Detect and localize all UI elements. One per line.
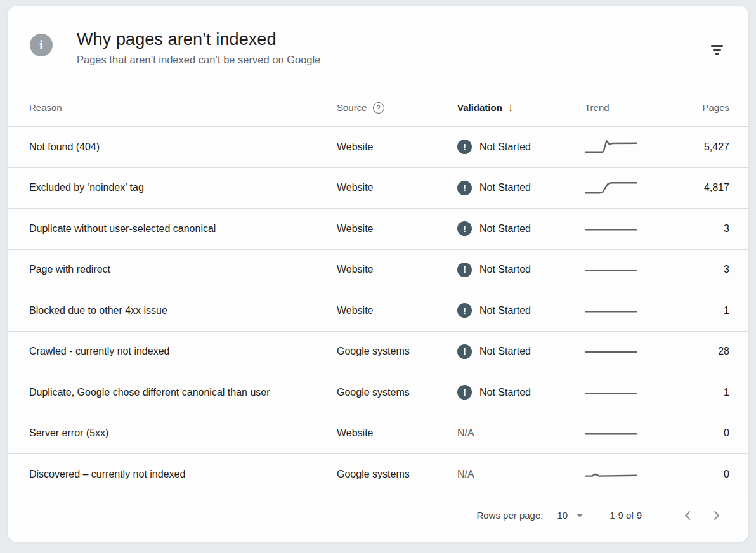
trend-sparkline (585, 303, 637, 319)
chevron-left-icon (682, 509, 694, 522)
reason-cell: Duplicate without user-selected canonica… (29, 223, 337, 235)
validation-label: Not Started (479, 387, 531, 398)
trend-cell (585, 303, 655, 319)
validation-label: Not Started (479, 264, 531, 275)
card-header: i Why pages aren’t indexed Pages that ar… (8, 6, 748, 66)
exclamation-icon: ! (457, 303, 472, 318)
filter-button[interactable] (704, 37, 729, 63)
exclamation-icon: ! (457, 344, 472, 359)
validation-cell: ! Not Started (457, 263, 585, 277)
source-cell: Google systems (337, 387, 457, 398)
pages-cell: 1 (724, 387, 729, 398)
trend-cell (585, 179, 655, 196)
trend-cell (585, 261, 655, 278)
validation-label: Not Started (479, 141, 531, 153)
reason-cell: Discovered – currently not indexed (29, 469, 337, 480)
pages-cell: 4,817 (704, 182, 729, 193)
chevron-right-icon (710, 509, 722, 522)
next-page-button[interactable] (705, 505, 727, 526)
pagination-bar: Rows per page: 10 1-9 of 9 (8, 495, 748, 536)
validation-label: Not Started (479, 346, 531, 357)
previous-page-button[interactable] (677, 505, 699, 526)
pages-cell: 3 (724, 264, 729, 275)
rows-per-page-label: Rows per page: (476, 510, 543, 521)
validation-label: Not Started (479, 223, 531, 235)
source-cell: Google systems (337, 469, 457, 480)
reason-cell: Duplicate, Google chose different canoni… (29, 387, 337, 398)
reason-cell: Excluded by ‘noindex’ tag (29, 182, 337, 193)
source-cell: Website (337, 141, 457, 153)
page-title: Why pages aren’t indexed (77, 30, 704, 49)
exclamation-icon: ! (457, 385, 472, 400)
sort-descending-icon: ↓ (508, 102, 513, 114)
info-icon: i (30, 34, 53, 56)
table-row[interactable]: Excluded by ‘noindex’ tag Website ! Not … (8, 168, 748, 209)
column-header-source[interactable]: Source ? (337, 102, 457, 114)
filter-list-icon (711, 45, 723, 47)
column-header-pages[interactable]: Pages (702, 102, 729, 113)
reason-cell: Not found (404) (29, 141, 337, 153)
column-header-validation[interactable]: Validation ↓ (457, 102, 585, 114)
trend-cell (585, 384, 655, 401)
trend-cell (585, 466, 655, 483)
reason-cell: Page with redirect (29, 264, 337, 275)
trend-cell (585, 425, 655, 441)
column-header-reason[interactable]: Reason (29, 102, 337, 113)
validation-cell: ! Not Started (457, 140, 585, 154)
table-header-row: Reason Source ? Validation ↓ Trend Pages (8, 89, 748, 127)
validation-label: N/A (457, 469, 474, 480)
source-cell: Website (337, 264, 457, 275)
trend-sparkline (585, 221, 637, 237)
trend-sparkline (585, 466, 637, 483)
validation-cell: N/A (457, 427, 585, 439)
source-cell: Website (337, 427, 457, 439)
table-row[interactable]: Duplicate without user-selected canonica… (8, 209, 748, 250)
rows-per-page-value: 10 (557, 510, 568, 521)
trend-cell (585, 221, 655, 237)
table-row[interactable]: Not found (404) Website ! Not Started 5,… (8, 127, 748, 168)
trend-cell (585, 343, 655, 360)
exclamation-icon: ! (457, 140, 472, 154)
reason-cell: Blocked due to other 4xx issue (29, 305, 337, 316)
source-cell: Website (337, 305, 457, 316)
validation-cell: N/A (457, 469, 585, 480)
help-icon[interactable]: ? (373, 102, 384, 114)
validation-cell: ! Not Started (457, 344, 585, 359)
table-row[interactable]: Blocked due to other 4xx issue Website !… (8, 290, 748, 332)
validation-label: N/A (457, 427, 474, 439)
trend-sparkline (585, 261, 637, 278)
pages-cell: 5,427 (704, 141, 729, 153)
exclamation-icon: ! (457, 221, 472, 236)
why-pages-arent-indexed-card: i Why pages aren’t indexed Pages that ar… (7, 5, 749, 543)
pages-cell: 0 (724, 469, 729, 480)
table-row[interactable]: Page with redirect Website ! Not Started… (8, 250, 748, 291)
source-cell: Website (337, 223, 457, 235)
column-header-trend: Trend (585, 102, 655, 113)
exclamation-icon: ! (457, 263, 472, 277)
exclamation-icon: ! (457, 181, 472, 195)
trend-sparkline (585, 179, 637, 196)
rows-per-page-select[interactable]: 10 (557, 510, 583, 521)
pages-cell: 1 (724, 305, 729, 316)
reason-cell: Crawled - currently not indexed (29, 346, 337, 357)
pages-cell: 0 (724, 427, 729, 439)
pages-cell: 28 (718, 346, 729, 357)
trend-sparkline (585, 425, 637, 441)
table-body: Not found (404) Website ! Not Started 5,… (8, 127, 748, 495)
trend-sparkline (585, 384, 637, 401)
validation-cell: ! Not Started (457, 385, 585, 400)
table-row[interactable]: Duplicate, Google chose different canoni… (8, 372, 748, 413)
table-row[interactable]: Discovered – currently not indexed Googl… (8, 454, 748, 495)
trend-sparkline (585, 343, 637, 360)
pages-cell: 3 (724, 223, 729, 235)
validation-cell: ! Not Started (457, 181, 585, 195)
table-row[interactable]: Server error (5xx) Website N/A 0 (8, 413, 748, 455)
table-row[interactable]: Crawled - currently not indexed Google s… (8, 332, 748, 373)
validation-label: Not Started (479, 305, 531, 316)
page-range-label: 1-9 of 9 (609, 510, 642, 521)
dropdown-arrow-icon (577, 514, 583, 517)
validation-cell: ! Not Started (457, 221, 585, 236)
source-cell: Google systems (337, 346, 457, 357)
source-cell: Website (337, 182, 457, 193)
trend-sparkline (585, 139, 637, 155)
